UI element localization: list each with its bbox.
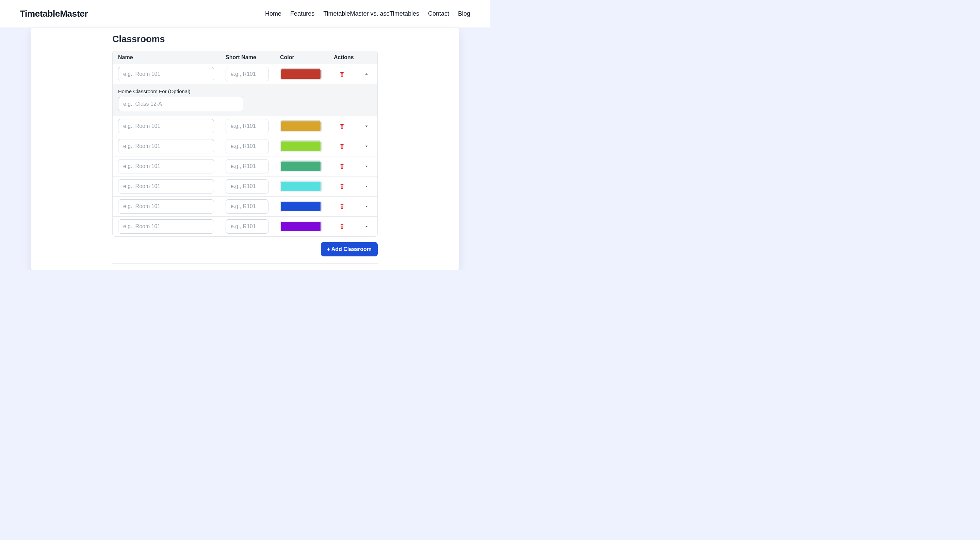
- page-wrap: Classrooms Name Short Name Color Actions…: [0, 28, 490, 270]
- chevron-down-icon: [363, 143, 369, 149]
- expand-button[interactable]: [363, 202, 371, 211]
- color-swatch[interactable]: [280, 181, 321, 192]
- chevron-down-icon: [363, 123, 369, 129]
- topbar: TimetableMaster Home Features TimetableM…: [0, 0, 490, 28]
- classrooms-table: Name Short Name Color Actions Home Class…: [112, 51, 378, 237]
- table-row: [113, 116, 377, 136]
- table-row: [113, 64, 377, 84]
- delete-button[interactable]: [338, 162, 346, 170]
- trash-icon: [339, 143, 345, 149]
- th-name: Name: [118, 54, 226, 60]
- table-row: [113, 176, 377, 196]
- expand-button[interactable]: [363, 222, 371, 230]
- delete-button[interactable]: [338, 70, 346, 78]
- th-color: Color: [280, 54, 334, 60]
- expanded-panel: Home Classroom For (Optional): [113, 84, 377, 116]
- table-row: [113, 196, 377, 216]
- classroom-short-input[interactable]: [226, 67, 269, 81]
- delete-button[interactable]: [338, 202, 346, 211]
- home-classroom-input[interactable]: [118, 97, 243, 111]
- expand-button[interactable]: [363, 142, 371, 150]
- table-body: Home Classroom For (Optional): [113, 64, 377, 236]
- chevron-down-icon: [363, 183, 369, 189]
- nav-home[interactable]: Home: [265, 10, 282, 17]
- delete-button[interactable]: [338, 222, 346, 230]
- chevron-down-icon: [363, 223, 369, 230]
- trash-icon: [339, 183, 345, 189]
- trash-icon: [339, 223, 345, 230]
- delete-button[interactable]: [338, 122, 346, 130]
- classroom-short-input[interactable]: [226, 119, 269, 133]
- th-actions: Actions: [334, 54, 378, 60]
- color-swatch[interactable]: [280, 121, 321, 132]
- table-row: [113, 216, 377, 236]
- classroom-name-input[interactable]: [118, 219, 214, 233]
- classroom-short-input[interactable]: [226, 139, 269, 153]
- expand-button[interactable]: [363, 162, 371, 170]
- trash-icon: [339, 71, 345, 77]
- color-swatch[interactable]: [280, 221, 321, 232]
- nav-contact[interactable]: Contact: [428, 10, 449, 17]
- trash-icon: [339, 123, 345, 129]
- chevron-down-icon: [363, 203, 369, 210]
- table-row: [113, 136, 377, 156]
- classroom-name-input[interactable]: [118, 159, 214, 173]
- color-swatch[interactable]: [280, 68, 321, 80]
- delete-button[interactable]: [338, 142, 346, 150]
- expand-button[interactable]: [363, 182, 371, 191]
- classroom-name-input[interactable]: [118, 119, 214, 133]
- top-nav: Home Features TimetableMaster vs. ascTim…: [265, 10, 470, 17]
- classroom-name-input[interactable]: [118, 139, 214, 153]
- chevron-down-icon: [363, 163, 369, 169]
- th-short: Short Name: [226, 54, 280, 60]
- classroom-short-input[interactable]: [226, 179, 269, 194]
- classroom-short-input[interactable]: [226, 199, 269, 214]
- home-classroom-label: Home Classroom For (Optional): [118, 88, 372, 94]
- classroom-name-input[interactable]: [118, 179, 214, 194]
- table-row: [113, 156, 377, 176]
- add-classroom-button[interactable]: + Add Classroom: [321, 242, 378, 256]
- trash-icon: [339, 203, 345, 210]
- brand-title: TimetableMaster: [20, 8, 88, 19]
- expand-button[interactable]: [363, 122, 371, 130]
- classroom-name-input[interactable]: [118, 199, 214, 214]
- color-swatch[interactable]: [280, 201, 321, 212]
- section-divider: [112, 263, 378, 264]
- table-header: Name Short Name Color Actions: [113, 51, 377, 64]
- trash-icon: [339, 163, 345, 169]
- nav-features[interactable]: Features: [290, 10, 314, 17]
- section-title: Classrooms: [112, 34, 378, 44]
- color-swatch[interactable]: [280, 160, 321, 172]
- chevron-up-icon: [363, 71, 369, 77]
- color-swatch[interactable]: [280, 140, 321, 152]
- delete-button[interactable]: [338, 182, 346, 191]
- nav-compare[interactable]: TimetableMaster vs. ascTimetables: [323, 10, 419, 17]
- classroom-short-input[interactable]: [226, 159, 269, 173]
- nav-blog[interactable]: Blog: [458, 10, 470, 17]
- classroom-name-input[interactable]: [118, 67, 214, 81]
- classroom-short-input[interactable]: [226, 219, 269, 233]
- outer-card: Classrooms Name Short Name Color Actions…: [31, 28, 459, 270]
- collapse-button[interactable]: [363, 70, 371, 78]
